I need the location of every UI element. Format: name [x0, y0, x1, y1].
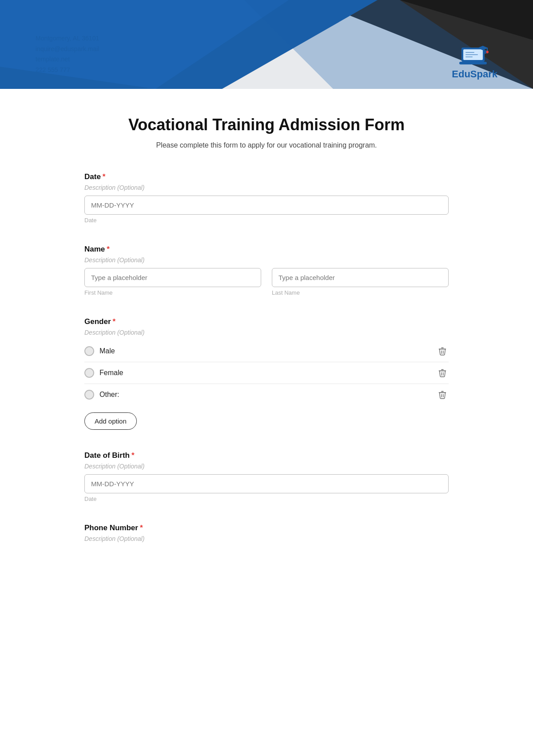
svg-rect-7: [459, 62, 487, 64]
svg-rect-9: [465, 54, 478, 55]
contact-phone: 222 555 777: [36, 65, 99, 76]
svg-rect-18: [439, 371, 446, 372]
form-body: Vocational Training Admission Form Pleas…: [67, 89, 466, 599]
radio-other-label: Other:: [99, 391, 119, 399]
header-logo: EduSpark: [452, 42, 497, 80]
field-dob: Date of Birth* Description (Optional) Da…: [84, 451, 449, 502]
svg-rect-15: [441, 348, 444, 348]
dob-description: Description (Optional): [84, 463, 449, 470]
delete-other-button[interactable]: [436, 388, 449, 401]
last-name-sublabel: Last Name: [272, 289, 449, 296]
contact-address: Montgomery, AL 36101: [36, 33, 99, 44]
radio-female-circle[interactable]: [84, 368, 94, 378]
radio-item-female: Female: [84, 362, 449, 384]
radio-item-other: Other:: [84, 384, 449, 405]
date-description: Description (Optional): [84, 184, 449, 191]
svg-rect-14: [439, 349, 446, 350]
header-contact: Montgomery, AL 36101 inquire@eduspark.ma…: [36, 33, 99, 76]
svg-rect-10: [465, 56, 473, 57]
svg-rect-19: [441, 369, 444, 370]
svg-rect-8: [465, 52, 474, 53]
date-label: Date*: [84, 172, 449, 181]
add-option-button[interactable]: Add option: [84, 412, 137, 430]
eduspark-logo-icon: [459, 42, 490, 67]
first-name-sublabel: First Name: [84, 289, 261, 296]
last-name-col: Last Name: [272, 268, 449, 296]
field-gender: Gender* Description (Optional) Male: [84, 317, 449, 430]
dob-sublabel: Date: [84, 496, 449, 502]
delete-female-button[interactable]: [436, 367, 449, 379]
radio-male-circle[interactable]: [84, 346, 94, 356]
radio-other-circle[interactable]: [84, 390, 94, 400]
gender-radio-list: Male Female: [84, 340, 449, 405]
phone-description: Description (Optional): [84, 535, 449, 542]
field-name: Name* Description (Optional) First Name …: [84, 245, 449, 296]
form-title: Vocational Training Admission Form: [84, 116, 449, 134]
contact-email: inquire@eduspark.mail: [36, 44, 99, 55]
trash-icon: [438, 368, 447, 378]
radio-male-label: Male: [99, 347, 115, 355]
radio-item-male: Male: [84, 340, 449, 362]
trash-icon: [438, 346, 447, 356]
contact-website: template.net: [36, 54, 99, 65]
logo-text: EduSpark: [452, 68, 497, 80]
form-subtitle: Please complete this form to apply for o…: [84, 141, 449, 149]
phone-label: Phone Number*: [84, 524, 449, 532]
gender-label: Gender*: [84, 317, 449, 326]
name-description: Description (Optional): [84, 256, 449, 264]
page-header: Montgomery, AL 36101 inquire@eduspark.ma…: [0, 0, 533, 89]
gender-description: Description (Optional): [84, 329, 449, 336]
name-row: First Name Last Name: [84, 268, 449, 296]
delete-male-button[interactable]: [436, 345, 449, 357]
field-phone: Phone Number* Description (Optional): [84, 524, 449, 542]
trash-icon: [438, 390, 447, 400]
dob-label: Date of Birth*: [84, 451, 449, 460]
first-name-col: First Name: [84, 268, 261, 296]
svg-rect-23: [441, 391, 444, 392]
svg-rect-22: [439, 392, 446, 393]
name-label: Name*: [84, 245, 449, 254]
first-name-input[interactable]: [84, 268, 261, 287]
dob-input[interactable]: [84, 474, 449, 493]
date-input[interactable]: [84, 196, 449, 215]
field-date: Date* Description (Optional) Date: [84, 172, 449, 224]
date-sublabel: Date: [84, 217, 449, 224]
last-name-input[interactable]: [272, 268, 449, 287]
radio-female-label: Female: [99, 369, 123, 377]
